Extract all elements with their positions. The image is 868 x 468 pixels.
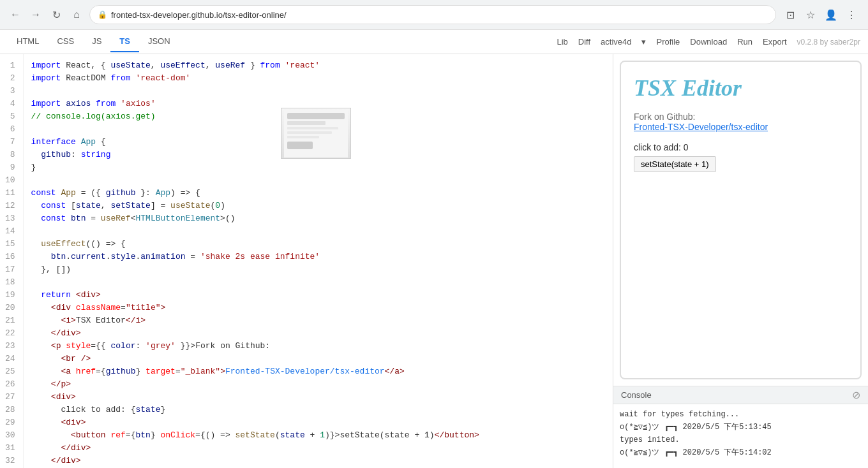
main-layout: 12345 678910 1112131415 1617181920 21222… <box>0 54 868 468</box>
svg-rect-3 <box>287 127 338 129</box>
app-nav-right: Lib Diff active4d ▾ Profile Download Run… <box>557 37 860 47</box>
url-text: fronted-tsx-developer.github.io/tsx-edit… <box>111 10 768 20</box>
preview-github-link[interactable]: Fronted-TSX-Developer/tsx-editor <box>634 122 848 132</box>
address-bar[interactable]: 🔒 fronted-tsx-developer.github.io/tsx-ed… <box>89 5 776 24</box>
nav-dropdown-icon[interactable]: ▾ <box>641 37 646 47</box>
editor-area: 12345 678910 1112131415 1617181920 21222… <box>0 54 613 468</box>
lock-icon: 🔒 <box>98 10 107 19</box>
svg-rect-4 <box>287 131 332 134</box>
tab-html[interactable]: HTML <box>8 31 48 52</box>
line-numbers: 12345 678910 1112131415 1617181920 21222… <box>0 54 24 468</box>
mini-preview <box>281 108 351 159</box>
nav-download[interactable]: Download <box>690 37 727 47</box>
nav-diff[interactable]: Diff <box>578 37 590 47</box>
right-panel: TSX Editor Fork on Github: Fronted-TSX-D… <box>613 54 868 468</box>
mini-preview-inner <box>281 108 350 158</box>
svg-rect-2 <box>287 121 326 125</box>
browser-right-icons: ⊡ ☆ 👤 ⋮ <box>781 6 860 24</box>
tab-json[interactable]: JSON <box>139 31 179 52</box>
refresh-button[interactable]: ↻ <box>49 7 64 22</box>
browser-chrome: ← → ↻ ⌂ 🔒 fronted-tsx-developer.github.i… <box>0 0 868 30</box>
preview-panel: TSX Editor Fork on Github: Fronted-TSX-D… <box>620 61 862 379</box>
preview-fork-label: Fork on Github: <box>634 112 848 122</box>
nav-active4d[interactable]: active4d <box>601 37 631 47</box>
preview-setstate-button[interactable]: setState(state + 1) <box>634 156 716 172</box>
console-message-4: ο(*≧▽≦)ツ ┏━┓ 2020/5/5 下午5:14:02 <box>620 446 862 459</box>
tab-css[interactable]: CSS <box>48 31 83 52</box>
console-message-2: ο(*≧▽≦)ツ ┏━┓ 2020/5/5 下午5:13:45 <box>620 421 862 434</box>
tab-ts[interactable]: TS <box>110 31 139 52</box>
home-button[interactable]: ⌂ <box>69 7 84 22</box>
browser-toolbar: ← → ↻ ⌂ 🔒 fronted-tsx-developer.github.i… <box>0 0 868 29</box>
console-message-1: wait for types fetching... <box>620 408 862 421</box>
preview-title: TSX Editor <box>634 75 848 101</box>
nav-lib[interactable]: Lib <box>557 37 567 47</box>
svg-rect-1 <box>287 113 345 119</box>
console-body: wait for types fetching... ο(*≧▽≦)ツ ┏━┓ … <box>613 404 868 468</box>
console-panel: Console ⊘ wait for types fetching... ο(*… <box>613 386 868 468</box>
menu-button[interactable]: ⋮ <box>842 6 860 24</box>
version-label: v0.2.8 by saber2pr <box>797 38 860 47</box>
tab-js[interactable]: JS <box>83 31 110 52</box>
console-message-3: types inited. <box>620 434 862 446</box>
forward-button[interactable]: → <box>28 7 43 22</box>
console-clear-button[interactable]: ⊘ <box>852 389 860 401</box>
app-nav: HTML CSS JS TS JSON Lib Diff active4d ▾ … <box>0 30 868 54</box>
nav-profile[interactable]: Profile <box>656 37 680 47</box>
preview-click-label: click to add: 0 <box>634 142 848 152</box>
console-title: Console <box>621 390 652 400</box>
editor-wrap: 12345 678910 1112131415 1617181920 21222… <box>0 54 613 468</box>
bookmark-button[interactable]: ☆ <box>802 6 819 24</box>
account-button[interactable]: 👤 <box>822 6 840 24</box>
svg-rect-5 <box>287 136 319 138</box>
back-button[interactable]: ← <box>8 7 23 22</box>
svg-rect-6 <box>287 142 313 149</box>
console-header: Console ⊘ <box>613 386 868 404</box>
nav-export[interactable]: Export <box>763 37 787 47</box>
screenshot-button[interactable]: ⊡ <box>781 6 799 24</box>
nav-run[interactable]: Run <box>737 37 752 47</box>
